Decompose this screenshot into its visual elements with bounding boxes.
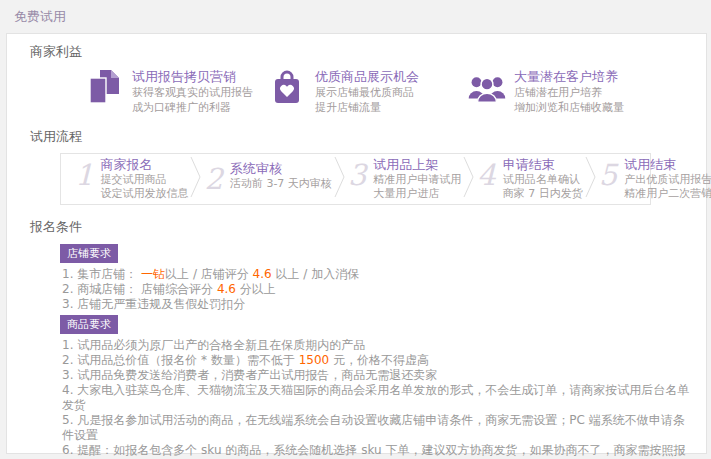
benefits-heading: 商家利益 <box>30 43 696 61</box>
benefit-item-showcase: 优质商品展示机会 展示店铺最优质商品 提升店铺流量 <box>268 68 467 115</box>
step-line: 大量用户进店 <box>373 187 461 201</box>
step-line: 试用品名单确认 <box>503 173 583 187</box>
step-title: 系统审核 <box>230 161 332 177</box>
benefit-line: 获得客观真实的试用报告 <box>132 85 253 100</box>
people-group-icon <box>467 68 505 106</box>
list-item: 2. 商城店铺： 店铺综合评分 4.6 分以上 <box>62 282 696 297</box>
highlight-value: 1500 <box>299 353 330 367</box>
product-requirements-badge: 商品要求 <box>60 315 118 334</box>
list-item: 5. 凡是报名参加试用活动的商品，在无线端系统会自动设置收藏店铺申请条件，商家无… <box>62 413 696 443</box>
step-line: 商家 7 日内发货 <box>503 187 583 201</box>
step-number: 4 <box>477 157 495 193</box>
benefit-line: 展示店铺最优质商品 <box>315 85 419 100</box>
conditions-heading: 报名条件 <box>30 218 696 236</box>
list-item: 3. 试用品免费发送给消费者，消费者产出试用报告，商品无需退还卖家 <box>62 368 696 383</box>
process-heading: 试用流程 <box>30 128 696 146</box>
benefit-line: 成为口碑推广的利器 <box>132 100 253 115</box>
page-title: 免费试用 <box>14 8 66 26</box>
benefit-line: 店铺潜在用户培养 <box>514 85 624 100</box>
benefit-text: 试用报告拷贝营销 获得客观真实的试用报告 成为口碑推广的利器 <box>132 68 253 115</box>
process-step-3: 3 试用品上架 精准用户申请试用 大量用户进店 <box>348 157 461 201</box>
list-item: 4. 大家电入驻菜鸟仓库、天猫物流宝及天猫国际的商品会采用名单发放的形式，不会生… <box>62 383 696 413</box>
product-requirements-list: 1. 试用品必须为原厂出产的合格全新且在保质期内的产品 2. 试用品总价值（报名… <box>62 338 696 459</box>
step-number: 5 <box>599 157 617 193</box>
step-line: 精准用户二次营销 <box>624 187 711 201</box>
process-step-4: 4 申请结束 试用品名单确认 商家 7 日内发货 <box>477 157 582 201</box>
benefit-text: 大量潜在客户培养 店铺潜在用户培养 增加浏览和店铺收藏量 <box>514 68 624 115</box>
process-step-1: 1 商家报名 提交试用商品 设定试用发放信息 <box>75 157 188 201</box>
step-title: 试用品上架 <box>373 157 461 173</box>
step-title: 试用结束 <box>624 157 711 173</box>
benefits-row: 试用报告拷贝营销 获得客观真实的试用报告 成为口碑推广的利器 优质商品展示机会 … <box>85 68 696 115</box>
list-item: 1. 试用品必须为原厂出产的合格全新且在保质期内的产品 <box>62 338 696 353</box>
benefit-line: 提升店铺流量 <box>315 100 419 115</box>
highlight-value: 一钻 <box>141 267 165 281</box>
free-trial-page: 免费试用 商家利益 试用报告拷贝营销 获得客观真实的试用报告 成为口碑推广的利器 <box>0 0 711 459</box>
step-line: 设定试用发放信息 <box>100 187 188 201</box>
benefit-item-customers: 大量潜在客户培养 店铺潜在用户培养 增加浏览和店铺收藏量 <box>467 68 624 115</box>
step-title: 申请结束 <box>503 157 583 173</box>
chevron-right-icon <box>190 155 202 203</box>
page-header: 免费试用 <box>0 0 711 33</box>
chevron-right-icon <box>463 155 475 203</box>
process-steps: 1 商家报名 提交试用商品 设定试用发放信息 2 系统审核 活动前 3-7 天内… <box>60 153 651 205</box>
shop-requirements-badge: 店铺要求 <box>60 244 118 263</box>
list-item: 3. 店铺无严重违规及售假处罚扣分 <box>62 297 696 312</box>
list-item: 1. 集市店铺： 一钻以上 / 店铺评分 4.6 以上 / 加入消保 <box>62 267 696 282</box>
list-item: 6. 提醒：如报名包含多个 sku 的商品，系统会随机选择 sku 下单，建议双… <box>62 443 696 459</box>
step-title: 商家报名 <box>100 157 188 173</box>
step-number: 1 <box>75 157 93 193</box>
benefit-title: 试用报告拷贝营销 <box>132 68 253 85</box>
copy-report-icon <box>85 68 123 106</box>
step-line: 提交试用商品 <box>100 173 188 187</box>
step-number: 3 <box>348 157 366 193</box>
process-step-2: 2 系统审核 活动前 3-7 天内审核 <box>204 161 331 197</box>
benefit-title: 大量潜在客户培养 <box>514 68 624 85</box>
list-item: 2. 试用品总价值（报名价 * 数量）需不低于 1500 元，价格不得虚高 <box>62 353 696 368</box>
content-panel: 商家利益 试用报告拷贝营销 获得客观真实的试用报告 成为口碑推广的利器 <box>6 33 707 454</box>
step-line: 产出优质试用报告 <box>624 173 711 187</box>
shop-requirements-list: 1. 集市店铺： 一钻以上 / 店铺评分 4.6 以上 / 加入消保 2. 商城… <box>62 267 696 312</box>
benefit-text: 优质商品展示机会 展示店铺最优质商品 提升店铺流量 <box>315 68 419 115</box>
step-line: 活动前 3-7 天内审核 <box>230 177 332 191</box>
bag-heart-icon <box>268 68 306 106</box>
step-number: 2 <box>204 161 222 197</box>
benefit-item-report: 试用报告拷贝营销 获得客观真实的试用报告 成为口碑推广的利器 <box>85 68 268 115</box>
chevron-right-icon <box>585 155 597 203</box>
process-step-5: 5 试用结束 产出优质试用报告 精准用户二次营销 <box>599 157 711 201</box>
benefit-line: 增加浏览和店铺收藏量 <box>514 100 624 115</box>
highlight-value: 4.6 <box>217 282 236 296</box>
step-line: 精准用户申请试用 <box>373 173 461 187</box>
chevron-right-icon <box>334 155 346 203</box>
highlight-value: 4.6 <box>253 267 272 281</box>
benefit-title: 优质商品展示机会 <box>315 68 419 85</box>
